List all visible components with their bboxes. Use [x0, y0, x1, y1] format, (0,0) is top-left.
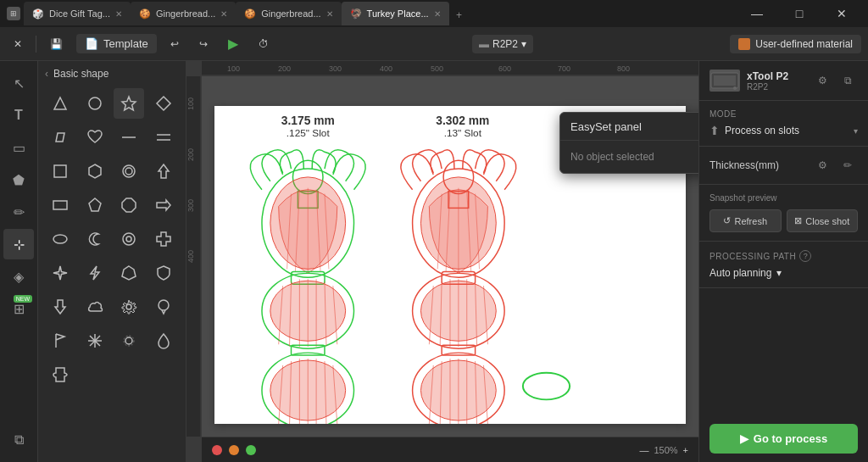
text-icon: T [14, 108, 23, 123]
shape-gear[interactable] [114, 292, 144, 322]
shape-target[interactable] [114, 224, 144, 254]
refresh-button[interactable]: ↺ Refresh [709, 209, 782, 232]
shape-pentagon[interactable] [80, 190, 110, 220]
mode-icon: ⬆ [709, 124, 720, 137]
undo-button[interactable]: ↩ [164, 35, 186, 53]
thickness-section: Thickness(mm) ⚙ ✏ [699, 147, 868, 185]
shape-arrow-right[interactable] [148, 190, 179, 220]
timer-button[interactable]: ⏱ [252, 35, 275, 53]
tab-ginger1[interactable]: 🍪 Gingerbread... ✕ [131, 2, 236, 25]
svg-text:400: 400 [186, 250, 195, 263]
tab-ginger2-close[interactable]: ✕ [326, 9, 333, 19]
ai-tool[interactable]: ◈ [3, 261, 34, 292]
shape-star[interactable] [114, 88, 144, 119]
svg-text:300: 300 [186, 199, 195, 212]
layers-tool[interactable]: ⧉ [3, 425, 34, 455]
shape-arrow-dn[interactable] [45, 292, 75, 322]
thickness-label: Thickness(mm) [709, 159, 807, 171]
shape-arrow-up[interactable] [148, 156, 179, 186]
shape-rectangle[interactable] [45, 190, 75, 220]
zoom-out-button[interactable]: — [639, 445, 648, 455]
redo-button[interactable]: ↪ [192, 35, 214, 53]
device-selector[interactable]: ▬ R2P2 ▾ [472, 35, 533, 53]
tab-dice[interactable]: 🎲 Dice Gift Tag... ✕ [24, 2, 131, 25]
tab-dice-close[interactable]: ✕ [115, 9, 122, 19]
shape-cross[interactable] [148, 224, 179, 254]
template-file-icon: 📄 [85, 37, 98, 50]
shape-flag[interactable] [45, 326, 75, 356]
shape-tool[interactable]: ⬟ [3, 164, 34, 195]
shape-cloud[interactable] [80, 292, 110, 322]
shape-line[interactable] [114, 122, 144, 153]
easyset-body: No object selected [560, 141, 698, 173]
device-settings-button[interactable]: ⚙ [812, 70, 832, 91]
select-tool[interactable]: ⊹ [3, 229, 34, 259]
shape-balloon[interactable] [148, 292, 179, 322]
text-tool[interactable]: T [3, 100, 34, 131]
shape-heart[interactable] [80, 122, 110, 153]
mode-text: Process on slots [725, 125, 849, 136]
minimize-button[interactable]: — [737, 2, 776, 25]
processing-row[interactable]: Auto planning ▾ [709, 267, 858, 279]
shape-puzzle[interactable] [45, 359, 75, 390]
app-icon: ⊞ [7, 7, 20, 20]
tab-ginger2[interactable]: 🍪 Gingerbread... ✕ [236, 2, 341, 25]
close-window-button[interactable]: ✕ [822, 2, 861, 25]
thickness-edit-button[interactable]: ✏ [837, 155, 858, 175]
processing-chevron-icon[interactable]: ▾ [776, 267, 782, 279]
svg-point-10 [123, 165, 135, 177]
color-dot-orange[interactable] [229, 445, 239, 455]
shape-dbl-line[interactable] [148, 122, 179, 153]
processing-help-icon[interactable]: ? [799, 250, 811, 262]
pen-tool[interactable]: ✏ [3, 197, 34, 227]
device-copy-button[interactable]: ⧉ [837, 70, 858, 91]
shape-triangle[interactable] [45, 88, 75, 119]
svg-text:700: 700 [558, 64, 570, 73]
shape-octagon[interactable] [114, 190, 144, 220]
shape-snowflake[interactable] [80, 326, 110, 356]
tab-turkey[interactable]: 🦃 Turkey Place... ✕ [342, 2, 449, 25]
close-button[interactable]: ✕ [7, 35, 29, 53]
svg-marker-24 [55, 300, 65, 314]
shape-4star[interactable] [45, 258, 75, 288]
close-shot-button[interactable]: ⊠ Close shot [787, 209, 859, 232]
titlebar: ⊞ 🎲 Dice Gift Tag... ✕ 🍪 Gingerbread... … [0, 0, 868, 27]
add-tab-button[interactable]: + [449, 5, 470, 25]
mode-row[interactable]: ⬆ Process on slots ▾ [709, 124, 858, 137]
color-dot-red[interactable] [212, 445, 222, 455]
shape-rhombus[interactable] [114, 258, 144, 288]
shape-diamond[interactable] [148, 88, 179, 119]
rect-tool[interactable]: ▭ [3, 132, 34, 163]
tab-turkey-close[interactable]: ✕ [434, 9, 441, 19]
shape-shield[interactable] [148, 258, 179, 288]
tab-ginger2-icon: 🍪 [244, 8, 256, 19]
redo-icon: ↪ [199, 38, 208, 50]
thickness-settings-button[interactable]: ⚙ [812, 155, 832, 175]
zoom-in-button[interactable]: + [683, 445, 688, 455]
apps-tool[interactable]: ⊞ NEW [3, 293, 34, 324]
pointer-tool[interactable]: ↖ [3, 68, 34, 98]
mode-chevron-icon[interactable]: ▾ [854, 126, 858, 136]
play-button[interactable]: ▶ [221, 32, 245, 55]
svg-rect-13 [53, 201, 67, 209]
shape-hexagon[interactable] [80, 156, 110, 186]
shape-square[interactable] [45, 156, 75, 186]
shape-ellipse[interactable] [45, 224, 75, 254]
shape-parallelogram[interactable] [45, 122, 75, 153]
shape-crescent[interactable] [80, 224, 110, 254]
maximize-button[interactable]: □ [780, 2, 819, 25]
material-selector[interactable]: User-defined material [730, 35, 861, 53]
device-name-label: xTool P2 [747, 70, 805, 82]
save-button[interactable]: 💾 [43, 35, 70, 53]
go-to-process-button[interactable]: ▶ Go to process [709, 424, 858, 454]
panel-back-button[interactable]: ‹ [45, 68, 48, 80]
shape-lightning[interactable] [80, 258, 110, 288]
shape-gear2[interactable] [114, 326, 144, 356]
shape-icon: ⬟ [13, 172, 25, 188]
template-button[interactable]: 📄 Template [76, 34, 157, 53]
tab-ginger1-close[interactable]: ✕ [220, 9, 227, 19]
shape-circle[interactable] [80, 88, 110, 119]
shape-ring[interactable] [114, 156, 144, 186]
shape-drop[interactable] [148, 326, 179, 356]
color-dot-green[interactable] [246, 445, 256, 455]
